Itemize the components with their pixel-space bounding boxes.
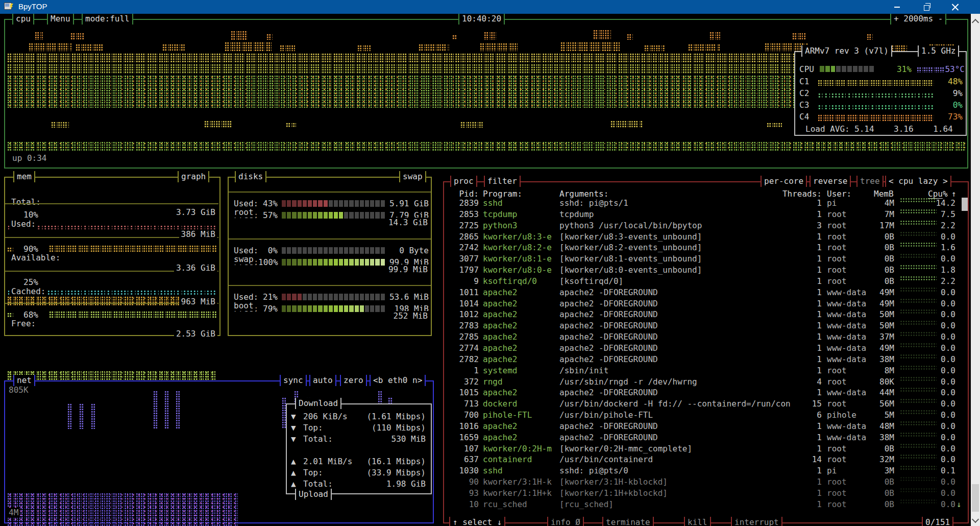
process-row[interactable]: 2865 kworker/u8:3-e [kworker/u8:3-events…	[444, 231, 968, 243]
scroll-down-icon[interactable]	[972, 516, 979, 523]
process-row[interactable]: 1659 apache2 apache2 -DFOREGROUND 1 www-…	[444, 432, 968, 443]
graph-cluster	[792, 33, 805, 40]
proc-scrollbar-thumb[interactable]	[962, 198, 968, 211]
process-row[interactable]: 2725 python3 python3 /usr/local/bin/bpyt…	[444, 220, 968, 231]
bpytop-window: cpu Menu mode:full 10:40:20 + 2000ms - u…	[0, 0, 980, 526]
net-interface-selector[interactable]: <b eth0 n>	[370, 375, 426, 386]
proc-tree-toggle[interactable]: tree	[856, 176, 884, 187]
net-auto-button[interactable]: auto	[309, 375, 336, 386]
window-scrollbar[interactable]	[971, 14, 980, 526]
disk-root-free-meter	[282, 212, 385, 219]
interval-minus-button[interactable]: -	[938, 14, 943, 23]
graph-cluster	[70, 33, 85, 40]
upload-top-label: Top:	[303, 468, 323, 478]
disk-boot-used-value: 53.6 MiB	[388, 292, 429, 302]
scroll-up-icon[interactable]	[972, 19, 979, 26]
graph-cluster	[51, 122, 69, 128]
proc-reverse-toggle[interactable]: reverse	[810, 176, 851, 187]
mem-available-graph	[49, 245, 216, 253]
minimize-icon	[894, 7, 900, 8]
graph-cluster	[162, 44, 185, 51]
process-row[interactable]: 2774 apache2 apache2 -DFOREGROUND 1 www-…	[444, 343, 968, 354]
process-row[interactable]: 90 kworker/3:1H-k [kworker/3:1H-kblockd]…	[444, 476, 968, 488]
process-row[interactable]: 10 rcu_sched [rcu_sched] 1 root 0B 0.0	[444, 499, 968, 510]
graph-cluster	[419, 44, 449, 51]
process-row[interactable]: 93 kworker/1:1H+k [kworker/1:1H+kblockd]…	[444, 488, 968, 499]
mem-graph-toggle[interactable]: graph	[178, 171, 209, 182]
process-row[interactable]: 713 dockerd /usr/bin/dockerd -H fd:// --…	[444, 398, 968, 410]
net-zero-button[interactable]: zero	[340, 375, 367, 386]
mem-used-label: Used:	[9, 219, 38, 229]
process-row[interactable]: 1016 apache2 apache2 -DFOREGROUND 1 www-…	[444, 421, 968, 432]
process-row[interactable]: 637 containerd /usr/bin/containerd 14 ro…	[444, 454, 968, 465]
graph-cluster	[67, 403, 72, 429]
core4-label: C4	[799, 112, 809, 122]
disk-boot-used-percent: 21%	[258, 292, 278, 302]
restore-icon	[924, 5, 929, 11]
disk-swap-size: 99.9 MiB	[386, 265, 430, 275]
process-row[interactable]: 372 rngd /usr/sbin/rngd -r /dev/hwrng 4 …	[444, 376, 968, 388]
disks-box-label: disks	[235, 171, 266, 182]
process-row[interactable]: 2742 kworker/u8:2-e [kworker/u8:2-events…	[444, 242, 968, 253]
download-total-label: Total:	[303, 434, 333, 444]
disk-boot-size: 252 MiB	[391, 311, 430, 321]
upload-arrow-icon: ▲	[291, 457, 296, 467]
interrupt-button[interactable]: interrupt	[731, 517, 782, 526]
graph-cluster	[153, 391, 158, 429]
process-row[interactable]: 3077 kworker/u8:1-e [kworker/u8:1-events…	[444, 253, 968, 265]
mem-cached-label: Cached:	[9, 286, 47, 297]
disk-boot-free-meter	[282, 305, 385, 312]
mem-cached-value: 963 MiB	[179, 297, 217, 307]
graph-cluster	[176, 391, 180, 429]
info-button[interactable]: info Ø	[547, 517, 584, 526]
disk-swap-used-value: 0 Byte	[388, 246, 429, 255]
graph-cluster	[76, 44, 104, 51]
terminate-button[interactable]: terminate	[602, 517, 654, 526]
process-row[interactable]: 2783 apache2 apache2 -DFOREGROUND 1 www-…	[444, 320, 968, 331]
process-row[interactable]: 2839 sshd sshd: pi@pts/1 1 pi 4M 14.2	[444, 198, 968, 209]
minimize-button[interactable]	[885, 0, 909, 14]
process-row[interactable]: 2782 apache2 apache2 -DFOREGROUND 1 www-…	[444, 354, 968, 365]
menu-button[interactable]: Menu	[47, 13, 74, 25]
disk-boot-row: boot 252 MiB	[229, 280, 431, 291]
cpu-frequency: 1.5 GHz	[918, 45, 959, 57]
process-row[interactable]: 1011 apache2 apache2 -DFOREGROUND 1 www-…	[444, 287, 968, 298]
process-row[interactable]: 1797 kworker/u8:0-e [kworker/u8:0-events…	[444, 265, 968, 276]
process-row[interactable]: 1015 apache2 apache2 -DFOREGROUND 1 www-…	[444, 387, 968, 398]
upload-total-value: 1.98 GiB	[332, 479, 426, 489]
proc-sort-selector[interactable]: < cpu lazy >	[885, 176, 951, 187]
close-button[interactable]	[943, 0, 967, 14]
select-button[interactable]: ↑ select ↓	[449, 517, 505, 526]
upload-title: Upload	[295, 489, 332, 500]
graph-cluster	[709, 32, 721, 40]
core2-label: C2	[799, 88, 809, 99]
kill-button[interactable]: kill	[684, 517, 711, 526]
load-avg-values: 5.14 3.16 1.64	[854, 124, 953, 134]
download-arrow-icon: ▼	[291, 423, 296, 433]
process-row[interactable]: 1 systemd /sbin/init 1 root 8M 0.0	[444, 365, 968, 376]
disk-swap-used-meter	[282, 247, 385, 254]
process-row[interactable]: 1014 apache2 apache2 -DFOREGROUND 1 www-…	[444, 298, 968, 309]
disk-boot-used-meter	[282, 294, 385, 300]
process-row[interactable]: 2853 tcpdump tcpdump 1 root 7M 7.5	[444, 209, 968, 220]
interval-plus-button[interactable]: +	[894, 14, 899, 23]
mode-toggle[interactable]: mode:full	[82, 13, 133, 25]
proc-filter-button[interactable]: filter	[484, 176, 521, 187]
cpu-temp-graph	[917, 67, 945, 73]
restore-button[interactable]	[915, 0, 938, 14]
download-arrow-icon: ▼	[291, 434, 296, 444]
proc-per-core-toggle[interactable]: per-core	[761, 176, 807, 187]
graph-cluster	[867, 34, 873, 40]
net-sync-button[interactable]: sync	[280, 375, 307, 386]
disk-root-name: root	[232, 207, 256, 218]
disks-swap-toggle[interactable]: swap	[399, 171, 426, 182]
process-row[interactable]: 2785 apache2 apache2 -DFOREGROUND 1 www-…	[444, 331, 968, 343]
upload-speed-bits: (16.1 Mibps)	[332, 457, 426, 466]
graph-cluster	[29, 43, 71, 51]
process-row[interactable]: 1030 sshd sshd: pi@pts/0 1 pi 3M 0.1	[444, 465, 968, 476]
process-row[interactable]: 1012 apache2 apache2 -DFOREGROUND 1 www-…	[444, 309, 968, 320]
process-row[interactable]: 107 kworker/0:2H-m [kworker/0:2H-mmc_com…	[444, 443, 968, 455]
process-row[interactable]: 700 pihole-FTL /usr/bin/pihole-FTL 6 pih…	[444, 410, 968, 421]
process-row[interactable]: 9 ksoftirqd/0 [ksoftirqd/0] 1 root 0B 2.…	[444, 276, 968, 287]
scrollbar-thumb[interactable]	[972, 484, 979, 512]
